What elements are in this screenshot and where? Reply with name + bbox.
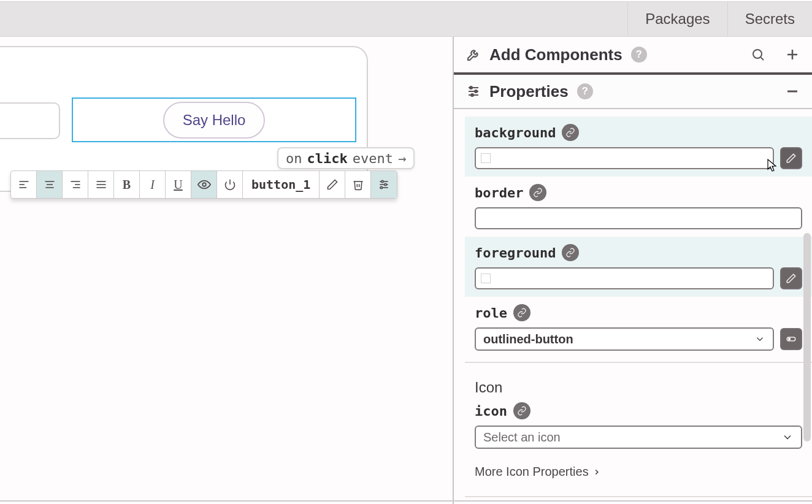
- background-input[interactable]: [475, 147, 774, 169]
- border-input[interactable]: [475, 207, 802, 229]
- svg-point-12: [202, 183, 206, 186]
- background-picker-button[interactable]: [780, 147, 802, 169]
- properties-title: Properties: [489, 82, 569, 101]
- icon-section-heading: Icon: [465, 367, 812, 400]
- svg-point-19: [385, 183, 386, 185]
- scrollbar[interactable]: [803, 233, 811, 441]
- properties-body: background border: [454, 109, 812, 504]
- chevron-right-icon: [592, 468, 601, 476]
- properties-header[interactable]: Properties ?: [454, 75, 812, 109]
- divider: [465, 496, 812, 497]
- color-swatch: [481, 273, 491, 283]
- foreground-picker-button[interactable]: [780, 267, 802, 289]
- align-right-button[interactable]: [63, 171, 88, 198]
- svg-line-23: [761, 58, 764, 60]
- wrench-icon: [466, 47, 481, 62]
- link-icon[interactable]: [513, 304, 530, 321]
- tab-packages[interactable]: Packages: [627, 2, 727, 36]
- selected-component[interactable]: Say Hello: [72, 97, 356, 142]
- prop-foreground-label: foreground: [475, 245, 556, 261]
- power-button[interactable]: [217, 171, 243, 198]
- chevron-down-icon: [781, 431, 794, 443]
- link-icon[interactable]: [513, 402, 530, 419]
- floating-toolbar: B I U button_1: [10, 170, 397, 199]
- component-name-label: button_1: [243, 171, 320, 198]
- prop-border: border: [465, 177, 812, 237]
- tab-secrets[interactable]: Secrets: [727, 2, 812, 36]
- color-swatch: [481, 153, 491, 163]
- icon-placeholder: Select an icon: [483, 430, 561, 445]
- link-icon[interactable]: [562, 244, 579, 261]
- svg-point-22: [753, 50, 762, 58]
- design-canvas[interactable]: Say Hello on click event → B I U button_…: [0, 37, 453, 500]
- plus-icon[interactable]: [785, 47, 800, 62]
- prop-foreground: foreground: [465, 237, 812, 297]
- arrow-right-icon: →: [398, 151, 406, 166]
- delete-button[interactable]: [345, 171, 371, 198]
- svg-point-17: [381, 180, 383, 182]
- foreground-input[interactable]: [475, 267, 774, 289]
- role-value: outlined-button: [483, 332, 573, 346]
- prop-background-label: background: [475, 125, 556, 140]
- event-suffix: event: [353, 151, 393, 166]
- link-icon[interactable]: [562, 124, 579, 141]
- bottom-divider: [0, 500, 812, 502]
- prop-role-label: role: [475, 305, 507, 321]
- svg-point-34: [789, 338, 791, 340]
- search-icon[interactable]: [751, 47, 765, 62]
- more-icon-properties[interactable]: More Icon Properties: [465, 456, 812, 492]
- link-icon[interactable]: [529, 184, 546, 201]
- align-center-button[interactable]: [37, 171, 63, 198]
- collapse-icon[interactable]: [785, 84, 800, 99]
- role-toggle-button[interactable]: [780, 328, 802, 350]
- event-name: click: [307, 151, 348, 166]
- add-components-title: Add Components: [489, 45, 622, 64]
- event-badge[interactable]: on click event →: [277, 147, 415, 169]
- visibility-button[interactable]: [191, 171, 217, 198]
- text-input-component[interactable]: [0, 102, 60, 139]
- sliders-icon: [466, 84, 481, 99]
- prop-role: role outlined-button: [465, 297, 812, 358]
- bold-button[interactable]: B: [114, 171, 140, 198]
- prop-background: background: [465, 116, 812, 177]
- right-panel: Add Components ? Properties ? background: [453, 37, 812, 504]
- align-justify-button[interactable]: [88, 171, 114, 198]
- top-bar: Packages Secrets: [0, 1, 812, 37]
- settings-button[interactable]: [371, 171, 397, 198]
- role-select[interactable]: outlined-button: [475, 327, 774, 351]
- help-icon[interactable]: ?: [631, 47, 647, 63]
- underline-button[interactable]: U: [166, 171, 191, 198]
- help-icon[interactable]: ?: [577, 83, 593, 99]
- prop-icon: icon Select an icon: [465, 400, 812, 456]
- say-hello-button[interactable]: Say Hello: [163, 102, 266, 139]
- divider: [465, 362, 812, 363]
- svg-point-21: [380, 186, 382, 188]
- italic-button[interactable]: I: [140, 171, 166, 198]
- align-left-button[interactable]: [11, 171, 37, 198]
- event-prefix: on: [286, 151, 302, 166]
- more-icon-label: More Icon Properties: [475, 465, 589, 479]
- prop-icon-label: icon: [475, 403, 507, 419]
- add-components-header[interactable]: Add Components ?: [454, 37, 812, 75]
- edit-button[interactable]: [320, 171, 345, 198]
- icon-select[interactable]: Select an icon: [475, 426, 802, 449]
- chevron-down-icon: [754, 334, 765, 345]
- prop-border-label: border: [475, 185, 523, 200]
